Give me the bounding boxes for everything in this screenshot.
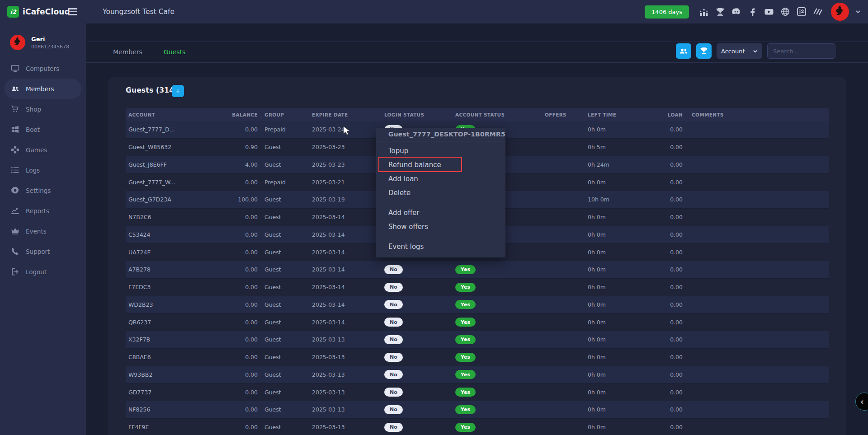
left-time-cell: 0h 0m: [588, 354, 642, 360]
sidebar-item-boot[interactable]: Boot: [0, 119, 86, 140]
sidebar-item-support[interactable]: Support: [0, 241, 86, 262]
menu-item-event-logs[interactable]: Event logs: [376, 240, 505, 254]
table-row[interactable]: GD77370.00Guest2025-03-13NoYes0h 0m0.00: [126, 384, 829, 401]
account-status-cell: Yes: [455, 318, 545, 327]
facebook-icon[interactable]: [748, 7, 758, 17]
tabs-bottom-divider: [86, 62, 868, 63]
sidebar: Geri 008612345678 ComputersMembersShopBo…: [0, 23, 86, 435]
no-status-badge: No: [384, 353, 403, 362]
sidebar-avatar[interactable]: [10, 35, 25, 50]
account-status-cell: Yes: [455, 265, 545, 274]
menu-group: Event logs: [376, 237, 505, 257]
table-row[interactable]: F7EDC30.00Guest2025-03-14NoYes0h 0m0.00: [126, 279, 829, 296]
events-icon: [11, 227, 19, 235]
group-cell: Guest: [258, 319, 312, 326]
menu-item-add-offer[interactable]: Add offer: [376, 206, 505, 220]
menu-item-show-offers[interactable]: Show offers: [376, 220, 505, 234]
youtube-icon[interactable]: [764, 7, 774, 17]
tab-guests[interactable]: Guests: [153, 44, 196, 60]
table-row[interactable]: W93BB20.00Guest2025-03-13NoYes0h 0m0.00: [126, 366, 829, 384]
loan-cell: 0.00: [642, 144, 683, 150]
globe-icon[interactable]: [780, 7, 790, 17]
balance-cell: 0.00: [194, 249, 258, 256]
support-icon: [11, 247, 19, 256]
annotation-rect: [378, 157, 462, 172]
search-input[interactable]: [767, 43, 835, 59]
panel-collapse-button[interactable]: ‹: [855, 393, 868, 411]
ranking-icon[interactable]: [699, 7, 709, 17]
sidebar-item-events[interactable]: Events: [0, 221, 86, 241]
table-row[interactable]: WD2B230.00Guest2025-03-14NoYes0h 0m0.00: [126, 296, 829, 314]
loan-cell: 0.00: [642, 179, 683, 186]
sidebar-item-members[interactable]: Members: [5, 79, 81, 99]
sidebar-item-computers[interactable]: Computers: [0, 58, 86, 79]
group-cell: Guest: [258, 214, 312, 220]
chevron-down-icon[interactable]: [855, 9, 861, 14]
expire-date-cell: 2025-03-23: [312, 144, 384, 150]
sidebar-item-label: Settings: [26, 187, 51, 194]
table-row[interactable]: NF82560.00Guest2025-03-13NoYes0h 0m0.00: [126, 401, 829, 419]
balance-cell: 0.90: [194, 144, 258, 150]
discord-icon[interactable]: [731, 7, 741, 17]
cafe-title: Youngzsoft Test Cafe: [103, 0, 175, 23]
column-header-loan: LOAN: [642, 112, 683, 117]
sidebar-item-games[interactable]: Games: [0, 140, 86, 160]
topbar-divider: [86, 0, 86, 23]
trophy-icon[interactable]: [715, 7, 725, 17]
menu-item-refund-balance[interactable]: Refund balance: [376, 158, 505, 172]
expire-date-cell: 2025-03-19: [312, 196, 384, 203]
menu-group: TopupRefund balanceAdd loanDelete: [376, 141, 505, 203]
left-time-cell: 0h 0m: [588, 424, 642, 430]
menu-group: Add offerShow offers: [376, 203, 505, 237]
sidebar-item-logout[interactable]: Logout: [0, 262, 86, 282]
account-select[interactable]: Account: [717, 43, 762, 59]
add-guest-button[interactable]: +: [172, 85, 184, 97]
expire-date-cell: 2025-03-14: [312, 266, 384, 273]
sidebar-item-shop[interactable]: Shop: [0, 99, 86, 119]
login-status-cell: No: [384, 283, 455, 292]
loan-cell: 0.00: [642, 406, 683, 413]
table-row[interactable]: A7B2780.00Guest2025-03-14NoYes0h 0m0.00: [126, 261, 829, 279]
expire-date-cell: 2025-03-13: [312, 371, 384, 378]
days-button[interactable]: 1406 days: [645, 5, 689, 19]
sidebar-item-settings[interactable]: Settings: [0, 180, 86, 201]
sidebar-item-reports[interactable]: Reports: [0, 201, 86, 221]
group-cell: Guest: [258, 406, 312, 413]
account-status-cell: Yes: [455, 370, 545, 379]
table-row[interactable]: X32F7B0.00Guest2025-03-13NoYes0h 0m0.00: [126, 331, 829, 349]
group-cell: Guest: [258, 389, 312, 396]
sidebar-item-label: Logs: [26, 167, 40, 174]
balance-cell: 0.00: [194, 301, 258, 308]
group-cell: Guest: [258, 354, 312, 360]
menu-item-delete[interactable]: Delete: [376, 186, 505, 200]
table-row[interactable]: QB62370.00Guest2025-03-14NoYes0h 0m0.00: [126, 313, 829, 331]
loan-cell: 0.00: [642, 284, 683, 290]
group-cell: Guest: [258, 424, 312, 430]
ranking-view-button[interactable]: [696, 43, 712, 59]
user-avatar[interactable]: [831, 3, 849, 21]
members-view-button[interactable]: [676, 43, 691, 59]
table-row[interactable]: C8BAE60.00Guest2025-03-13NoYes0h 0m0.00: [126, 349, 829, 366]
sidebar-item-label: Boot: [26, 126, 40, 133]
brand-name: iCafeCloud: [23, 7, 70, 16]
menu-item-add-loan[interactable]: Add loan: [376, 172, 505, 186]
icafecloud-icon[interactable]: [797, 7, 807, 17]
left-time-cell: 0h 0m: [588, 371, 642, 378]
no-status-badge: No: [384, 300, 403, 309]
computers-icon: [11, 64, 19, 73]
account-cell: Guest_7777_D...: [126, 126, 194, 133]
brand: i2 iCafeCloud: [7, 0, 70, 23]
balance-cell: 0.00: [194, 319, 258, 326]
youngzsoft-icon[interactable]: [813, 7, 823, 17]
menu-item-topup[interactable]: Topup: [376, 144, 505, 158]
tab-members[interactable]: Members: [103, 44, 153, 60]
table-row[interactable]: FF4F9E0.00Guest2025-03-13NoYes0h 0m0.00: [126, 419, 829, 435]
balance-cell: 0.00: [194, 126, 258, 133]
loan-cell: 0.00: [642, 371, 683, 378]
column-header-account-status: ACCOUNT STATUS: [455, 112, 545, 117]
sidebar-item-logs[interactable]: Logs: [0, 160, 86, 180]
expire-date-cell: 2025-03-13: [312, 424, 384, 430]
menu-toggle-icon[interactable]: [68, 7, 77, 16]
reports-icon: [11, 206, 19, 215]
left-time-cell: 0h 0m: [588, 266, 642, 273]
